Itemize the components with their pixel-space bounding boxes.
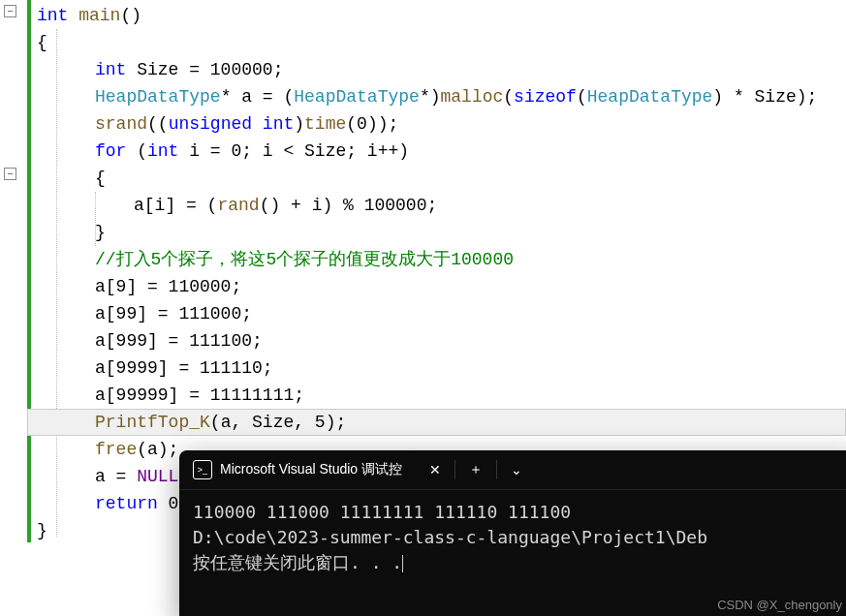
fold-toggle[interactable] <box>4 168 16 180</box>
code-line: a[9999] = 111110; <box>27 354 846 382</box>
code-line: a[i] = (rand() + i) % 100000; <box>27 192 846 219</box>
code-line: } <box>27 219 846 246</box>
watermark: CSDN @X_chengonly <box>717 598 842 612</box>
code-line: HeapDataType* a = (HeapDataType*)malloc(… <box>27 83 846 110</box>
cursor <box>402 555 403 572</box>
terminal-title: Microsoft Visual Studio 调试控 <box>220 461 402 478</box>
terminal-icon: >_ <box>193 460 212 479</box>
terminal-output[interactable]: 110000 111000 11111111 111110 111100 D:\… <box>179 490 846 585</box>
code-line: //打入5个探子，将这5个探子的值更改成大于100000 <box>27 246 846 273</box>
close-tab-button[interactable]: ✕ <box>416 462 454 477</box>
code-line: a[999] = 111100; <box>27 327 846 354</box>
code-line-active: PrintfTop_K(a, Size, 5); <box>27 409 846 436</box>
code-line: { <box>27 29 846 56</box>
code-line: int main() <box>27 2 846 29</box>
code-line: a[99] = 111000; <box>27 300 846 327</box>
code-line: srand((unsigned int)time(0)); <box>27 110 846 138</box>
output-line: 110000 111000 11111111 111110 111100 <box>193 502 571 522</box>
output-line: D:\code\2023-summer-class-c-language\Pro… <box>193 527 707 547</box>
gutter <box>0 0 27 616</box>
terminal-window[interactable]: >_ Microsoft Visual Studio 调试控 ✕ ＋ ⌄ 110… <box>179 450 846 616</box>
code-line: { <box>27 165 846 192</box>
code-line: for (int i = 0; i < Size; i++) <box>27 138 846 165</box>
output-line: 按任意键关闭此窗口. . . <box>193 552 402 572</box>
fold-toggle[interactable] <box>4 5 16 17</box>
tab-dropdown-button[interactable]: ⌄ <box>497 462 536 477</box>
new-tab-button[interactable]: ＋ <box>455 461 496 478</box>
code-line: int Size = 100000; <box>27 56 846 83</box>
code-line: a[99999] = 11111111; <box>27 382 846 409</box>
terminal-tab[interactable]: >_ Microsoft Visual Studio 调试控 <box>179 450 416 489</box>
terminal-titlebar[interactable]: >_ Microsoft Visual Studio 调试控 ✕ ＋ ⌄ <box>179 450 846 490</box>
code-line: a[9] = 110000; <box>27 273 846 300</box>
